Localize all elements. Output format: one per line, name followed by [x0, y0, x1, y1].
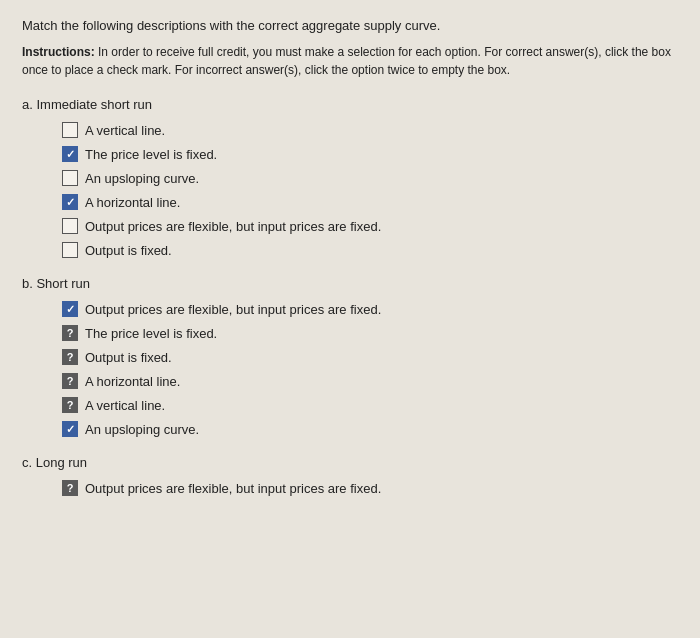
- checkbox-b-0[interactable]: [62, 301, 78, 317]
- section-c: c. Long runOutput prices are flexible, b…: [22, 455, 678, 496]
- checkbox-a-2[interactable]: [62, 170, 78, 186]
- option-text: The price level is fixed.: [85, 326, 217, 341]
- checkbox-b-2[interactable]: [62, 349, 78, 365]
- option-text: Output prices are flexible, but input pr…: [85, 219, 381, 234]
- checkbox-c-0[interactable]: [62, 480, 78, 496]
- list-item[interactable]: Output prices are flexible, but input pr…: [62, 480, 678, 496]
- option-text: A horizontal line.: [85, 374, 180, 389]
- list-item[interactable]: An upsloping curve.: [62, 421, 678, 437]
- checkbox-b-3[interactable]: [62, 373, 78, 389]
- list-item[interactable]: Output is fixed.: [62, 242, 678, 258]
- list-item[interactable]: The price level is fixed.: [62, 325, 678, 341]
- option-text: A horizontal line.: [85, 195, 180, 210]
- list-item[interactable]: Output is fixed.: [62, 349, 678, 365]
- section-label-b: b. Short run: [22, 276, 678, 291]
- option-text: Output is fixed.: [85, 243, 172, 258]
- section-label-c: c. Long run: [22, 455, 678, 470]
- option-text: Output prices are flexible, but input pr…: [85, 481, 381, 496]
- option-text: Output prices are flexible, but input pr…: [85, 302, 381, 317]
- list-item[interactable]: A horizontal line.: [62, 194, 678, 210]
- option-text: An upsloping curve.: [85, 171, 199, 186]
- list-item[interactable]: A horizontal line.: [62, 373, 678, 389]
- main-question: Match the following descriptions with th…: [22, 18, 678, 33]
- list-item[interactable]: Output prices are flexible, but input pr…: [62, 301, 678, 317]
- list-item[interactable]: A vertical line.: [62, 122, 678, 138]
- section-label-a: a. Immediate short run: [22, 97, 678, 112]
- option-text: Output is fixed.: [85, 350, 172, 365]
- option-text: A vertical line.: [85, 398, 165, 413]
- instructions-label: Instructions:: [22, 45, 95, 59]
- instructions-text: In order to receive full credit, you mus…: [22, 45, 671, 77]
- options-list-a: A vertical line.The price level is fixed…: [62, 122, 678, 258]
- list-item[interactable]: An upsloping curve.: [62, 170, 678, 186]
- checkbox-a-3[interactable]: [62, 194, 78, 210]
- checkbox-b-4[interactable]: [62, 397, 78, 413]
- list-item[interactable]: Output prices are flexible, but input pr…: [62, 218, 678, 234]
- option-text: An upsloping curve.: [85, 422, 199, 437]
- instructions: Instructions: In order to receive full c…: [22, 43, 678, 79]
- list-item[interactable]: The price level is fixed.: [62, 146, 678, 162]
- checkbox-a-5[interactable]: [62, 242, 78, 258]
- option-text: A vertical line.: [85, 123, 165, 138]
- checkbox-b-5[interactable]: [62, 421, 78, 437]
- sections-container: a. Immediate short runA vertical line.Th…: [22, 97, 678, 496]
- checkbox-a-4[interactable]: [62, 218, 78, 234]
- options-list-c: Output prices are flexible, but input pr…: [62, 480, 678, 496]
- options-list-b: Output prices are flexible, but input pr…: [62, 301, 678, 437]
- section-b: b. Short runOutput prices are flexible, …: [22, 276, 678, 437]
- checkbox-a-0[interactable]: [62, 122, 78, 138]
- option-text: The price level is fixed.: [85, 147, 217, 162]
- section-a: a. Immediate short runA vertical line.Th…: [22, 97, 678, 258]
- list-item[interactable]: A vertical line.: [62, 397, 678, 413]
- checkbox-a-1[interactable]: [62, 146, 78, 162]
- checkbox-b-1[interactable]: [62, 325, 78, 341]
